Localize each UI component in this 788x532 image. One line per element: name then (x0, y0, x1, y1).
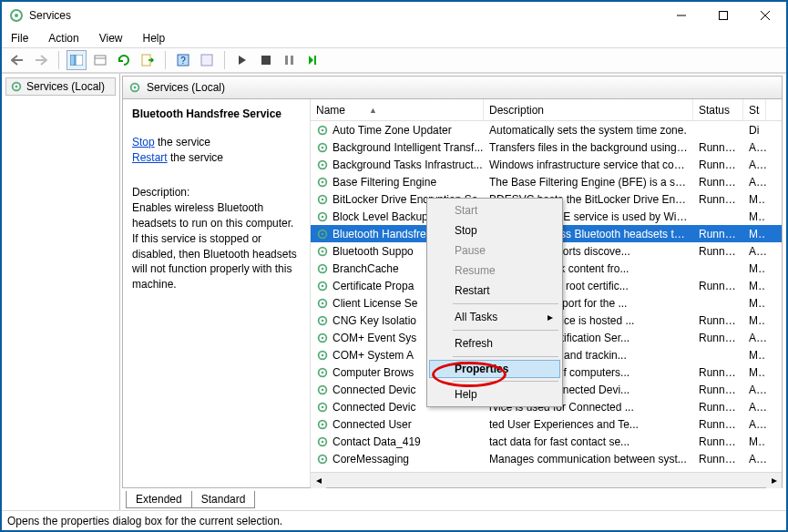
status-bar: Opens the properties dialog box for the … (2, 510, 786, 530)
col-startup-type[interactable]: Startup Type (743, 99, 766, 120)
help-toolbar-button[interactable]: ? (173, 50, 193, 70)
titlebar: Services (2, 2, 786, 29)
ctx-help[interactable]: Help (429, 384, 560, 404)
menu-action[interactable]: Action (45, 30, 82, 46)
gear-icon (316, 159, 329, 171)
gear-icon (316, 401, 329, 414)
gear-icon (316, 210, 329, 223)
gear-icon (316, 435, 329, 448)
refresh-button[interactable] (114, 50, 134, 70)
svg-rect-14 (261, 56, 271, 65)
description-text: Enables wireless Bluetooth headsets to r… (132, 200, 301, 292)
service-row[interactable]: Base Filtering EngineThe Base Filtering … (311, 173, 782, 190)
forward-button[interactable] (31, 50, 51, 70)
scroll-left-icon[interactable]: ◂ (311, 473, 326, 488)
svg-text:?: ? (180, 56, 186, 66)
toolbar: ? (2, 47, 786, 73)
menu-view[interactable]: View (96, 30, 127, 46)
svg-point-51 (322, 371, 324, 373)
scroll-right-icon[interactable]: ▸ (766, 473, 782, 488)
close-button[interactable] (744, 2, 786, 29)
svg-rect-17 (314, 56, 316, 65)
gear-icon (316, 384, 329, 396)
pause-service-button[interactable] (280, 50, 300, 70)
pane-header: Services (Local) (122, 76, 783, 99)
gear-icon (316, 193, 329, 206)
gear-icon (316, 453, 329, 466)
service-row[interactable]: Connected Userted User Experiences and T… (311, 415, 782, 433)
menu-file[interactable]: File (7, 30, 32, 46)
svg-point-57 (322, 423, 324, 425)
properties-toolbar-button[interactable] (90, 50, 110, 70)
menu-help[interactable]: Help (139, 30, 169, 46)
svg-point-59 (322, 440, 324, 443)
stop-link[interactable]: Stop (132, 136, 155, 148)
svg-rect-3 (720, 12, 728, 20)
export-button[interactable] (138, 50, 158, 70)
svg-rect-15 (285, 56, 288, 65)
ctx-all-tasks[interactable]: All Tasks▸ (429, 307, 560, 327)
start-service-button[interactable] (232, 50, 252, 70)
restart-link[interactable]: Restart (132, 151, 168, 164)
gear-icon (316, 228, 329, 240)
gear-icon (316, 124, 329, 137)
ctx-stop[interactable]: Stop (429, 220, 560, 240)
maximize-button[interactable] (702, 2, 744, 29)
service-row[interactable]: Auto Time Zone UpdaterAutomatically sets… (311, 121, 782, 138)
ctx-refresh[interactable]: Refresh (429, 333, 560, 353)
col-name[interactable]: Name▲ (311, 99, 484, 120)
svg-point-37 (322, 250, 324, 252)
tree-node-services-local[interactable]: Services (Local) (5, 77, 116, 96)
gear-icon (316, 245, 329, 258)
submenu-arrow-icon: ▸ (548, 311, 553, 323)
description-label: Description: (132, 185, 301, 200)
svg-point-49 (322, 353, 324, 356)
svg-point-43 (322, 302, 324, 304)
svg-rect-8 (95, 56, 106, 65)
stop-service-button[interactable] (256, 50, 276, 70)
restart-service-button[interactable] (303, 50, 323, 70)
tree-node-label: Services (Local) (26, 80, 105, 93)
service-row[interactable]: CoreMessagingManages communication betwe… (311, 450, 782, 467)
svg-point-29 (322, 180, 324, 183)
ctx-restart[interactable]: Restart (429, 281, 560, 301)
gear-icon (316, 176, 329, 189)
services-icon (9, 8, 24, 23)
minimize-button[interactable] (660, 2, 702, 29)
gear-icon (316, 418, 329, 431)
context-menu: Start Stop Pause Resume Restart All Task… (426, 198, 563, 407)
status-text: Opens the properties dialog box for the … (7, 515, 282, 527)
service-row[interactable]: Contact Data_419tact data for fast conta… (311, 433, 782, 450)
column-headers: Name▲ Description Status Startup Type (311, 99, 782, 121)
pane-header-label: Services (Local) (147, 81, 225, 94)
service-row[interactable]: Background Tasks Infrastruct...Windows i… (311, 156, 782, 173)
svg-point-61 (322, 457, 324, 460)
tab-standard[interactable]: Standard (191, 491, 256, 508)
gear-icon (316, 349, 329, 362)
svg-point-31 (322, 198, 324, 200)
back-button[interactable] (7, 50, 27, 70)
svg-point-53 (322, 388, 324, 391)
svg-rect-7 (76, 55, 83, 66)
gear-icon (316, 332, 329, 344)
ctx-resume: Resume (429, 261, 560, 281)
services-window: Services File Action View Help ? (0, 0, 788, 532)
svg-point-1 (15, 14, 18, 17)
svg-point-21 (134, 87, 137, 89)
show-hide-tree-button[interactable] (67, 50, 87, 70)
svg-point-41 (322, 284, 324, 287)
horizontal-scrollbar[interactable]: ◂ ▸ (311, 472, 782, 487)
view-tabs: Extended Standard (122, 488, 783, 508)
ctx-properties[interactable]: Properties (429, 360, 560, 378)
gear-icon (316, 314, 329, 327)
ctx-pause: Pause (429, 240, 560, 261)
svg-rect-16 (291, 56, 293, 65)
service-row[interactable]: Background Intelligent Transf...Transfer… (311, 138, 782, 156)
col-status[interactable]: Status (693, 99, 743, 120)
menubar: File Action View Help (2, 29, 786, 47)
detail-pane: Bluetooth Handsfree Service Stop the ser… (123, 99, 310, 487)
tab-extended[interactable]: Extended (126, 491, 192, 508)
detail-service-name: Bluetooth Handsfree Service (132, 107, 301, 122)
help2-toolbar-button[interactable] (197, 50, 217, 70)
col-description[interactable]: Description (484, 99, 693, 120)
